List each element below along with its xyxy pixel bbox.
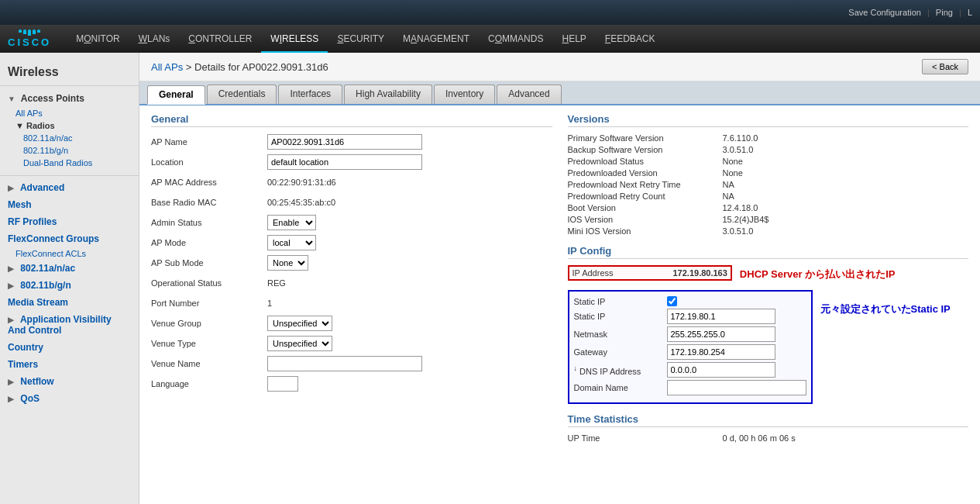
gateway-input[interactable] bbox=[667, 344, 775, 360]
page-body: General AP Name Location AP MAC Address … bbox=[139, 105, 980, 453]
ios-version-label: IOS Version bbox=[568, 215, 723, 224]
sidebar-item-radio-dual[interactable]: Dual-Band Radios bbox=[0, 157, 139, 169]
static-ip-input[interactable] bbox=[667, 309, 775, 324]
field-venue-type: Venue Type Unspecified bbox=[151, 335, 552, 352]
domain-name-row: Domain Name bbox=[574, 380, 806, 395]
sidebar-item-app-visibility[interactable]: ▶ Application Visibility And Control bbox=[0, 311, 139, 339]
breadcrumb-current: Details for AP0022.9091.31d6 bbox=[194, 61, 328, 73]
ap-mode-select[interactable]: localmonitorsniffer bbox=[267, 235, 316, 250]
ap-name-input[interactable] bbox=[267, 134, 422, 150]
ip-config-title: IP Config bbox=[568, 245, 969, 259]
primary-sw-value: 7.6.110.0 bbox=[723, 133, 758, 143]
nav-management[interactable]: MANAGEMENT bbox=[394, 25, 479, 53]
sidebar-item-8021a[interactable]: ▶ 802.11a/n/ac bbox=[0, 260, 139, 277]
sidebar-item-radios[interactable]: ▼ Radios bbox=[0, 119, 139, 132]
static-ip-field-row: Static IP bbox=[574, 309, 806, 324]
sidebar-item-rf-profiles[interactable]: RF Profiles bbox=[0, 213, 139, 230]
netmask-input[interactable] bbox=[667, 326, 775, 342]
venue-name-input[interactable] bbox=[267, 356, 422, 371]
uptime-label: UP Time bbox=[568, 433, 723, 443]
tab-interfaces[interactable]: Interfaces bbox=[278, 85, 342, 104]
backup-sw-label: Backup Software Version bbox=[568, 145, 723, 154]
uptime-row: UP Time 0 d, 00 h 06 m 06 s bbox=[568, 433, 969, 443]
main-content: All APs > Details for AP0022.9091.31d6 <… bbox=[139, 53, 980, 504]
cisco-logo-dots bbox=[19, 29, 40, 36]
port-number-label: Port Number bbox=[151, 299, 267, 308]
nav-wireless[interactable]: WIRELESS bbox=[261, 25, 328, 53]
ip-address-value: 172.19.80.163 bbox=[673, 268, 727, 278]
navbar: CISCO MONITOR WLANs CONTROLLER WIRELESS … bbox=[0, 25, 980, 53]
tab-general[interactable]: General bbox=[147, 85, 205, 105]
nav-security[interactable]: SECURITY bbox=[328, 25, 394, 53]
tab-advanced[interactable]: Advanced bbox=[497, 85, 561, 104]
location-input[interactable] bbox=[267, 154, 422, 170]
netmask-field-row: Netmask bbox=[574, 326, 806, 342]
sidebar-item-radio-a[interactable]: 802.11a/n/ac bbox=[0, 132, 139, 144]
dns-input[interactable] bbox=[667, 362, 775, 378]
right-arrow-qos-icon: ▶ bbox=[8, 395, 14, 403]
sidebar-item-mesh[interactable]: Mesh bbox=[0, 196, 139, 213]
nav-commands[interactable]: COMMANDS bbox=[479, 25, 552, 53]
nav-controller[interactable]: CONTROLLER bbox=[179, 25, 261, 53]
backup-sw-value: 3.0.51.0 bbox=[723, 145, 754, 154]
sidebar-item-flexconnect-groups[interactable]: FlexConnect Groups bbox=[0, 230, 139, 247]
nav-monitor[interactable]: MONITOR bbox=[67, 25, 129, 53]
admin-status-select[interactable]: EnableDisable bbox=[267, 215, 316, 230]
tab-high-availability[interactable]: High Availability bbox=[344, 85, 432, 104]
dns-field-row: ↓ DNS IP Address bbox=[574, 362, 806, 378]
ip-address-row: IP Address 172.19.80.163 bbox=[568, 265, 732, 281]
base-radio-mac-value: 00:25:45:35:ab:c0 bbox=[267, 198, 552, 207]
version-primary-software: Primary Software Version 7.6.110.0 bbox=[568, 133, 969, 143]
version-backup-software: Backup Software Version 3.0.51.0 bbox=[568, 145, 969, 154]
left-column: General AP Name Location AP MAC Address … bbox=[151, 113, 552, 445]
op-status-label: Operational Status bbox=[151, 278, 267, 288]
right-column: Versions Primary Software Version 7.6.11… bbox=[568, 113, 969, 445]
sidebar-item-global-config[interactable] bbox=[0, 169, 139, 172]
sidebar-item-netflow[interactable]: ▶ Netflow bbox=[0, 373, 139, 390]
version-predownload-retry-time: Predownload Next Retry Time NA bbox=[568, 180, 969, 189]
time-stats-title: Time Statistics bbox=[568, 413, 969, 427]
sidebar-item-access-points[interactable]: ▼ Access Points bbox=[0, 90, 139, 107]
language-input[interactable] bbox=[267, 376, 298, 392]
dns-label: ↓ DNS IP Address bbox=[574, 364, 667, 376]
sidebar-item-country[interactable]: Country bbox=[0, 339, 139, 356]
sidebar-item-qos[interactable]: ▶ QoS bbox=[0, 390, 139, 407]
field-ap-name: AP Name bbox=[151, 133, 552, 150]
ap-sub-mode-select[interactable]: None bbox=[267, 255, 308, 271]
sidebar-title: Wireless bbox=[0, 59, 139, 86]
ios-version-value: 15.2(4)JB4$ bbox=[723, 215, 769, 224]
venue-type-select[interactable]: Unspecified bbox=[267, 336, 332, 351]
nav-help[interactable]: HELP bbox=[552, 25, 595, 53]
tab-credentials[interactable]: Credentials bbox=[207, 85, 277, 104]
sidebar-item-media-stream[interactable]: Media Stream bbox=[0, 294, 139, 311]
gateway-label: Gateway bbox=[574, 347, 667, 357]
static-ip-checkbox[interactable] bbox=[667, 296, 677, 306]
ap-sub-mode-label: AP Sub Mode bbox=[151, 258, 267, 268]
location-label: Location bbox=[151, 157, 267, 167]
back-button[interactable]: < Back bbox=[922, 59, 968, 74]
venue-group-label: Venue Group bbox=[151, 319, 267, 328]
save-configuration-link[interactable]: Save Configuration bbox=[848, 8, 921, 17]
logout-link[interactable]: L bbox=[968, 8, 972, 17]
predownloaded-label: Predownloaded Version bbox=[568, 168, 723, 178]
content-wrapper: Wireless ▼ Access Points All APs ▼ Radio… bbox=[0, 53, 980, 504]
right-arrow-icon: ▶ bbox=[8, 184, 14, 192]
breadcrumb-all-aps-link[interactable]: All APs bbox=[151, 61, 183, 73]
sidebar-item-radio-b[interactable]: 802.11b/g/n bbox=[0, 144, 139, 157]
breadcrumb-bar: All APs > Details for AP0022.9091.31d6 <… bbox=[139, 53, 980, 81]
nav-wlans[interactable]: WLANs bbox=[129, 25, 180, 53]
field-ap-mac: AP MAC Address 00:22:90:91:31:d6 bbox=[151, 174, 552, 191]
tab-inventory[interactable]: Inventory bbox=[434, 85, 495, 104]
sidebar-item-advanced[interactable]: ▶ Advanced bbox=[0, 179, 139, 196]
domain-name-input[interactable] bbox=[667, 380, 806, 395]
field-ap-sub-mode: AP Sub Mode None bbox=[151, 254, 552, 271]
version-mini-ios: Mini IOS Version 3.0.51.0 bbox=[568, 226, 969, 236]
sidebar-item-8021b[interactable]: ▶ 802.11b/g/n bbox=[0, 277, 139, 294]
venue-group-select[interactable]: Unspecified bbox=[267, 316, 332, 331]
sidebar-item-flexconnect-acls[interactable]: FlexConnect ACLs bbox=[0, 247, 139, 260]
dhcp-annotation: DHCP Server から払い出されたIP bbox=[740, 268, 896, 281]
sidebar-item-timers[interactable]: Timers bbox=[0, 356, 139, 373]
ping-link[interactable]: Ping bbox=[936, 8, 953, 17]
nav-feedback[interactable]: FEEDBACK bbox=[596, 25, 665, 53]
sidebar-item-all-aps[interactable]: All APs bbox=[0, 107, 139, 119]
